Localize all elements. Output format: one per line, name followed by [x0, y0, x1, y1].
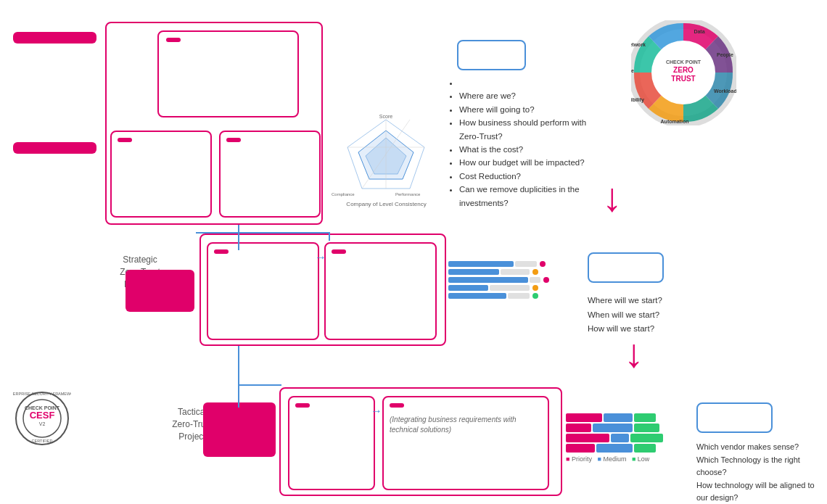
svg-text:CERTIFIED: CERTIFIED	[32, 439, 53, 443]
ciso-badge	[332, 249, 346, 254]
coo-box	[219, 131, 321, 218]
svg-text:Visibility: Visibility	[631, 97, 644, 103]
cio-ciso-outer-box: →	[199, 234, 446, 346]
cfo-box	[110, 131, 212, 218]
svg-text:Data: Data	[694, 29, 704, 34]
tech-planning-box	[203, 402, 276, 457]
svg-text:ZERO: ZERO	[673, 66, 694, 74]
solution-architect-box	[588, 252, 664, 283]
bullet-duplicities: Can we remove duplicities in the investm…	[459, 183, 602, 210]
svg-text:Performance: Performance	[395, 192, 421, 197]
cio-content	[214, 258, 312, 278]
sa-note: (Integrating business requirements with …	[390, 415, 542, 435]
cto-sa-arrow: →	[371, 405, 382, 418]
svg-text:Network: Network	[631, 42, 646, 47]
zerotrust-svg: CHECK POINT ZERO TRUST Data People Workl…	[631, 20, 736, 125]
maturity-assessment-section: Where are we? Where will going to? How b…	[446, 76, 602, 210]
sa-badge	[390, 403, 404, 408]
cfo-content	[118, 146, 205, 167]
svg-text:Automation: Automation	[661, 119, 689, 124]
bullet-how-business: How business should perform with Zero-Tr…	[459, 116, 602, 143]
svg-text:ENTERPRISE SECURITY FRAMEWORK: ENTERPRISE SECURITY FRAMEWORK	[13, 392, 71, 396]
big-arrow-1: ↓	[602, 178, 622, 218]
svg-text:Device: Device	[631, 68, 634, 73]
bullet-where-going: Where will going to?	[459, 103, 602, 116]
digital-transformation-label	[13, 32, 96, 44]
enterprise-architect-box	[457, 40, 526, 70]
svg-text:TRUST: TRUST	[671, 75, 695, 83]
radar-chart-area: Score Compliance Performance Company of …	[330, 112, 443, 207]
cto-content	[295, 412, 368, 432]
connector-h1	[196, 232, 330, 234]
svg-text:V2: V2	[39, 421, 46, 426]
tactical-chart: ■ Priority ■ Medium ■ Low	[566, 413, 682, 463]
zt-strategy-chart	[448, 261, 568, 301]
big-arrow-2: ↓	[624, 334, 644, 373]
ciso-content	[332, 258, 429, 278]
connector-v2	[238, 346, 239, 386]
cto-badge	[295, 403, 310, 408]
svg-text:People: People	[717, 52, 733, 58]
bullet-what-cost: What is the cost?	[459, 143, 602, 156]
svg-text:CHECK POINT: CHECK POINT	[666, 59, 701, 65]
ceo-badge	[166, 38, 181, 42]
cesf-svg: CHECK POINT CESF V2 ENTERPRISE SECURITY …	[13, 389, 71, 447]
coo-badge	[226, 138, 241, 142]
bullet-where-are-we: Where are we?	[459, 89, 602, 102]
cto-sa-outer-box: → (Integrating business requirements wit…	[279, 387, 562, 496]
zt-workshop-title	[13, 370, 107, 384]
cio-badge	[214, 249, 229, 254]
zero-trust-workshop-section: CHECK POINT CESF V2 ENTERPRISE SECURITY …	[13, 370, 107, 447]
cio-box: →	[207, 242, 319, 340]
ceo-outer-box	[105, 22, 323, 225]
svg-text:Score: Score	[379, 114, 392, 119]
cto-box: →	[288, 396, 375, 490]
svg-text:Compliance: Compliance	[332, 192, 355, 197]
connector-h2	[238, 384, 281, 386]
connector-v1	[238, 225, 239, 250]
cesf-logo: CHECK POINT CESF V2 ENTERPRISE SECURITY …	[13, 389, 71, 447]
arch-policy-box	[126, 270, 194, 312]
ceo-box	[157, 30, 299, 117]
cfo-badge	[118, 138, 132, 142]
solution-architects-box: (Integrating business requirements with …	[382, 396, 549, 490]
radar-chart-svg: Score Compliance Performance	[330, 112, 443, 207]
chart-caption: Company of Level Consistency	[330, 201, 443, 207]
implementation-section: Which vendor makes sense? Which Technolo…	[696, 441, 823, 504]
svg-text:Workload: Workload	[714, 88, 736, 94]
bullet-cost-reduction: Cost Reduction?	[459, 170, 602, 183]
connector-v4	[238, 386, 239, 408]
priorities-section: Where will we start? When will we start?…	[588, 294, 740, 336]
svg-text:CESF: CESF	[30, 410, 55, 421]
chart-legend: ■ Priority ■ Medium ■ Low	[566, 455, 682, 463]
business-drivers-label	[13, 142, 96, 154]
priorities-bullets: Where will we start? When will we start?…	[588, 294, 740, 336]
maturity-bullets: Where are we? Where will going to? How b…	[446, 76, 602, 210]
implementation-bullets: Which vendor makes sense? Which Technolo…	[696, 441, 823, 504]
bullet-how-budget: How our budget will be impacted?	[459, 156, 602, 169]
ceo-content	[166, 46, 290, 67]
zerotrust-circle-container: CHECK POINT ZERO TRUST Data People Workl…	[631, 20, 736, 125]
technical-architect-box	[696, 402, 773, 433]
ciso-box	[324, 242, 437, 340]
coo-content	[226, 146, 313, 167]
